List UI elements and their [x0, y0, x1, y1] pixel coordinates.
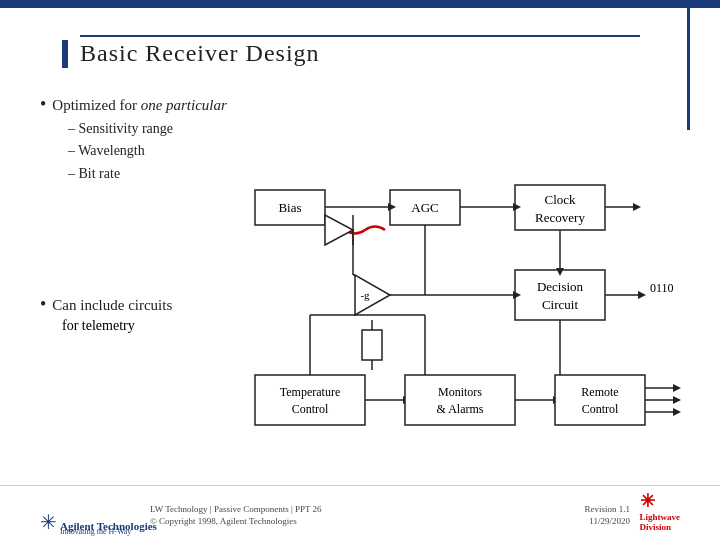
remote-line1: Remote	[581, 385, 618, 399]
right-accent-bar	[687, 0, 690, 130]
footer-copyright: LW Technology | Passive Components | PPT…	[150, 503, 322, 528]
agilent-star-icon: ✳	[40, 510, 57, 534]
temp-control-box	[255, 375, 365, 425]
footer-revision: Revision 1.1 11/29/2020	[584, 503, 630, 528]
lightwave-text: LightwaveDivision	[640, 512, 681, 532]
revision-label: Revision 1.1	[584, 503, 630, 516]
bullet-2-section: • Can include circuits for telemetry	[40, 295, 172, 334]
decision-line2: Circuit	[542, 297, 578, 312]
block-diagram: Bias AGC Clock Recovery -g Decision Circ…	[245, 175, 705, 465]
copyright-line2: © Copyright 1998, Agilent Technologies	[150, 515, 322, 528]
page-title-area: Basic Receiver Design	[80, 40, 320, 67]
remote-line2: Control	[582, 402, 619, 416]
sub-bullet-wavelength: Wavelength	[68, 140, 680, 162]
monitors-line2: & Alarms	[437, 402, 484, 416]
remote-arrow-3	[673, 408, 681, 416]
clock-out-arrow	[633, 203, 641, 211]
lightwave-star-icon: ✳	[640, 491, 655, 511]
gain-label: -g	[360, 289, 370, 301]
monitors-box	[405, 375, 515, 425]
resistor-box	[362, 330, 382, 360]
digital-output-label: 0110	[650, 281, 674, 295]
company-tagline: Innovating the H-Way	[60, 527, 131, 536]
bullet-1: • Optimized for one particular Sensitivi…	[40, 95, 680, 185]
bullet-2-sub: for telemetry	[62, 318, 172, 334]
monitors-line1: Monitors	[438, 385, 482, 399]
left-accent-bar	[62, 40, 68, 68]
footer: ✳ Agilent Technologies Innovating the H-…	[0, 485, 720, 540]
title-underline	[80, 35, 640, 37]
remote-box	[555, 375, 645, 425]
copyright-line1: LW Technology | Passive Components | PPT…	[150, 503, 322, 516]
bullet-dot: •	[40, 95, 46, 113]
agc-label: AGC	[411, 200, 438, 215]
page-title: Basic Receiver Design	[80, 40, 320, 67]
bullet-2-text: • Can include circuits	[40, 295, 172, 314]
remote-arrow-2	[673, 396, 681, 404]
photodiode-triangle	[325, 215, 353, 245]
revision-date: 11/29/2020	[584, 515, 630, 528]
clock-line1: Clock	[544, 192, 576, 207]
clock-line2: Recovery	[535, 210, 585, 225]
decision-box	[515, 270, 605, 320]
top-bar	[0, 0, 720, 8]
temp-line2: Control	[292, 402, 329, 416]
dec-out-arrow	[638, 291, 646, 299]
temp-line1: Temperature	[280, 385, 340, 399]
lightwave-logo: ✳ LightwaveDivision	[640, 490, 681, 532]
remote-arrow-1	[673, 384, 681, 392]
bullet-2-dot: •	[40, 295, 46, 313]
sub-bullet-sensitivity: Sensitivity range	[68, 118, 680, 140]
bullet-1-label: Optimized for one particular	[52, 97, 227, 114]
decision-line1: Decision	[537, 279, 584, 294]
bullet-1-text: • Optimized for one particular	[40, 95, 680, 114]
bias-label: Bias	[278, 200, 301, 215]
